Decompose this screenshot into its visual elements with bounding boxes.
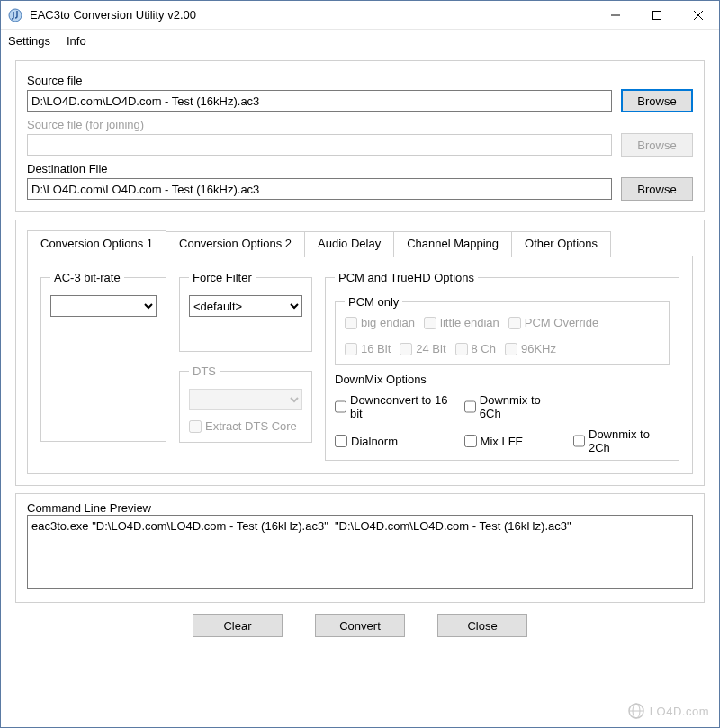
command-line-label: Command Line Preview	[27, 501, 693, 515]
ac3-bitrate-group: AC-3 bit-rate	[40, 271, 166, 442]
extract-dts-core-checkbox: Extract DTS Core	[189, 419, 302, 433]
join-file-label: Source file (for joining)	[27, 118, 693, 131]
dest-file-label: Destination File	[27, 162, 693, 175]
dest-file-input[interactable]	[27, 178, 612, 200]
pcm-only-legend: PCM only	[345, 295, 402, 309]
mix-lfe-checkbox[interactable]: Mix LFE	[464, 427, 561, 454]
action-buttons: Clear Convert Close	[15, 610, 705, 637]
file-selection-panel: Source file Browse Source file (for join…	[15, 60, 705, 212]
tab-content: AC-3 bit-rate Force Filter <default> DTS	[27, 256, 693, 474]
close-button[interactable]: Close	[437, 614, 527, 637]
8ch-checkbox: 8 Ch	[455, 342, 496, 355]
tab-other-options[interactable]: Other Options	[511, 231, 611, 257]
ac3-bitrate-legend: AC-3 bit-rate	[50, 271, 124, 284]
titlebar: EAC3to Conversion Utility v2.00	[1, 1, 719, 30]
pcm-truehd-legend: PCM and TrueHD Options	[335, 271, 478, 284]
menubar: Settings Info	[1, 30, 719, 51]
app-window: EAC3to Conversion Utility v2.00 Settings…	[0, 0, 720, 728]
96khz-checkbox: 96KHz	[505, 342, 556, 355]
pcm-override-checkbox: PCM Override	[508, 316, 598, 329]
force-filter-group: Force Filter <default>	[179, 271, 312, 352]
downconvert-16bit-checkbox[interactable]: Downconvert to 16 bit	[335, 393, 452, 420]
close-window-button[interactable]	[678, 1, 719, 29]
join-browse-button: Browse	[621, 133, 693, 157]
menu-settings[interactable]: Settings	[8, 34, 50, 48]
command-line-panel: Command Line Preview	[15, 493, 705, 603]
downmix-2ch-checkbox[interactable]: Downmix to 2Ch	[573, 427, 670, 454]
menu-info[interactable]: Info	[67, 34, 86, 48]
force-filter-select[interactable]: <default>	[189, 295, 302, 317]
dts-select	[189, 389, 302, 410]
dialnorm-checkbox[interactable]: Dialnorm	[335, 427, 452, 454]
dts-legend: DTS	[189, 364, 220, 378]
source-browse-button[interactable]: Browse	[621, 89, 693, 112]
downmix-legend: DownMix Options	[335, 373, 670, 386]
maximize-button[interactable]	[636, 1, 678, 29]
ac3-bitrate-select[interactable]	[50, 295, 157, 317]
maximize-icon	[652, 11, 662, 20]
convert-button[interactable]: Convert	[315, 614, 405, 637]
big-endian-checkbox: big endian	[345, 316, 415, 329]
force-filter-legend: Force Filter	[189, 271, 256, 284]
dts-group: DTS Extract DTS Core	[179, 364, 312, 443]
source-file-input[interactable]	[27, 90, 612, 112]
tab-conversion-options-1[interactable]: Conversion Options 1	[27, 230, 166, 256]
minimize-icon	[611, 11, 620, 20]
tab-channel-mapping[interactable]: Channel Mapping	[393, 231, 512, 257]
app-icon	[8, 8, 22, 22]
16bit-checkbox: 16 Bit	[345, 342, 391, 355]
close-icon	[694, 11, 703, 20]
tab-strip: Conversion Options 1 Conversion Options …	[27, 229, 693, 256]
source-file-label: Source file	[27, 74, 693, 87]
tab-audio-delay[interactable]: Audio Delay	[304, 231, 394, 257]
clear-button[interactable]: Clear	[193, 614, 283, 637]
24bit-checkbox: 24 Bit	[400, 342, 446, 355]
join-file-input[interactable]	[27, 134, 612, 156]
downmix-6ch-checkbox[interactable]: Downmix to 6Ch	[464, 393, 561, 420]
window-title: EAC3to Conversion Utility v2.00	[30, 8, 595, 22]
svg-rect-2	[653, 11, 662, 19]
svg-point-0	[9, 9, 22, 22]
command-line-preview[interactable]	[27, 515, 693, 589]
tab-conversion-options-2[interactable]: Conversion Options 2	[166, 231, 305, 257]
options-panel: Conversion Options 1 Conversion Options …	[15, 220, 705, 486]
little-endian-checkbox: little endian	[424, 316, 500, 329]
pcm-only-group: PCM only big endian little endian PCM Ov…	[335, 295, 670, 365]
pcm-truehd-group: PCM and TrueHD Options PCM only big endi…	[325, 271, 680, 461]
dest-browse-button[interactable]: Browse	[621, 177, 693, 201]
minimize-button[interactable]	[595, 1, 636, 29]
